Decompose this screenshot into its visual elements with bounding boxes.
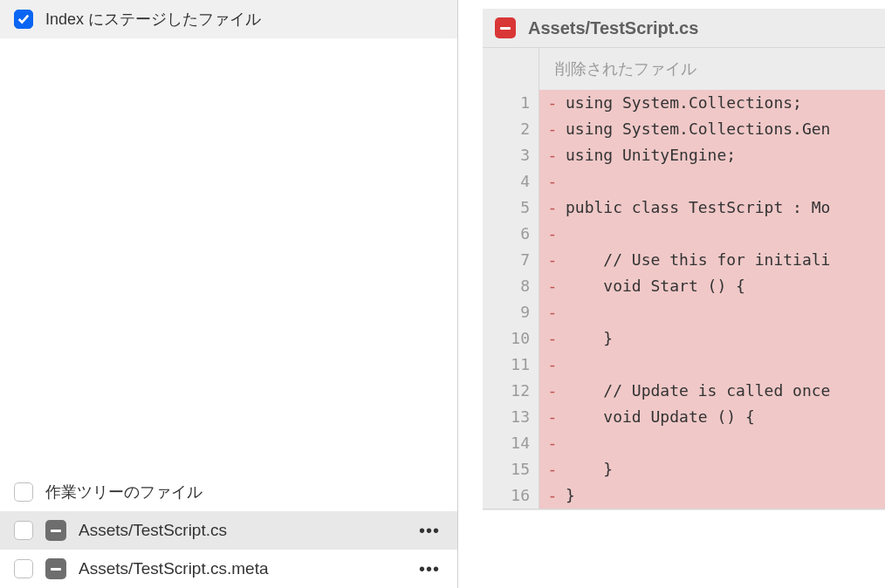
line-number: 16 xyxy=(483,482,530,509)
diff-sign: - xyxy=(539,90,566,116)
line-number: 8 xyxy=(483,273,530,299)
diff-sign: - xyxy=(539,378,566,404)
line-number: 10 xyxy=(483,325,530,352)
diff-line[interactable]: - // Update is called once xyxy=(539,378,885,404)
diff-line[interactable]: - xyxy=(539,221,885,247)
file-checkbox[interactable] xyxy=(14,521,33,540)
line-number: 11 xyxy=(483,352,530,378)
diff-line[interactable]: -using UnityEngine; xyxy=(539,142,885,168)
staged-checkbox[interactable] xyxy=(14,10,33,29)
diff-line[interactable]: - xyxy=(539,430,885,456)
staged-empty-area xyxy=(0,38,457,473)
line-number: 13 xyxy=(483,404,530,430)
left-panel: Index にステージしたファイル 作業ツリーのファイル Assets/Test… xyxy=(0,0,458,588)
diff-line[interactable]: - void Update () { xyxy=(539,404,885,430)
diff-sign: - xyxy=(539,430,566,456)
diff-sign: - xyxy=(539,221,566,247)
diff-sign: - xyxy=(539,273,566,299)
app-root: Index にステージしたファイル 作業ツリーのファイル Assets/Test… xyxy=(0,0,885,588)
diff-line[interactable]: - void Start () { xyxy=(539,273,885,299)
diff-text: } xyxy=(566,456,613,482)
line-number: 12 xyxy=(483,378,530,404)
diff-sign: - xyxy=(539,352,566,378)
diff-sign: - xyxy=(539,404,566,430)
diff-line[interactable]: -public class TestScript : Mo xyxy=(539,195,885,221)
file-actions-button[interactable]: ••• xyxy=(415,521,443,541)
file-path-label: Assets/TestScript.cs xyxy=(79,521,403,540)
diff-line[interactable]: -using System.Collections; xyxy=(539,90,885,116)
line-number-gutter: 12345678910111213141516 xyxy=(483,90,539,509)
line-number: 4 xyxy=(483,168,530,195)
diff-sign: - xyxy=(539,482,566,509)
diff-sign: - xyxy=(539,325,566,352)
diff-text: void Update () { xyxy=(566,404,755,430)
diff-body[interactable]: 12345678910111213141516 -using System.Co… xyxy=(483,90,885,509)
line-number: 15 xyxy=(483,456,530,482)
file-path-label: Assets/TestScript.cs.meta xyxy=(79,559,403,578)
diff-line[interactable]: - } xyxy=(539,456,885,482)
diff-terminator xyxy=(483,509,885,510)
line-number: 6 xyxy=(483,221,530,247)
diff-sign: - xyxy=(539,116,566,142)
line-number: 9 xyxy=(483,299,530,325)
diff-sign: - xyxy=(539,299,566,325)
diff-line[interactable]: - xyxy=(539,299,885,325)
diff-line[interactable]: - // Use this for initiali xyxy=(539,247,885,273)
worktree-checkbox[interactable] xyxy=(14,482,33,502)
diff-sign: - xyxy=(539,142,566,168)
diff-text: using System.Collections; xyxy=(566,90,802,116)
staged-section-label: Index にステージしたファイル xyxy=(45,9,261,30)
code-area[interactable]: -using System.Collections;-using System.… xyxy=(539,90,885,509)
minus-icon xyxy=(45,558,66,579)
diff-text: } xyxy=(566,325,613,352)
file-actions-button[interactable]: ••• xyxy=(415,559,443,579)
diff-sign: - xyxy=(539,247,566,273)
diff-text: void Start () { xyxy=(566,273,745,299)
diff-file-header[interactable]: Assets/TestScript.cs xyxy=(483,9,885,47)
file-checkbox[interactable] xyxy=(14,559,33,578)
diff-line[interactable]: - } xyxy=(539,325,885,352)
diff-sign: - xyxy=(539,456,566,482)
line-number: 14 xyxy=(483,430,530,456)
line-number: 3 xyxy=(483,142,530,168)
diff-text: using System.Collections.Gen xyxy=(566,116,830,142)
diff-text: // Use this for initiali xyxy=(566,247,830,273)
diff-file-path: Assets/TestScript.cs xyxy=(528,18,698,38)
worktree-section-label: 作業ツリーのファイル xyxy=(45,482,202,503)
diff-line[interactable]: -} xyxy=(539,482,885,509)
file-row[interactable]: Assets/TestScript.cs.meta ••• xyxy=(0,550,457,588)
worktree-section-header[interactable]: 作業ツリーのファイル xyxy=(0,473,457,511)
diff-text: } xyxy=(566,482,575,509)
diff-line[interactable]: - xyxy=(539,352,885,378)
diff-status-label: 削除されたファイル xyxy=(539,48,712,90)
diff-text: public class TestScript : Mo xyxy=(566,195,830,221)
diff-sign: - xyxy=(539,195,566,221)
staged-section-header[interactable]: Index にステージしたファイル xyxy=(0,0,457,38)
diff-text: using UnityEngine; xyxy=(566,142,736,168)
right-panel: Assets/TestScript.cs 削除されたファイル 123456789… xyxy=(458,0,885,588)
diff-subheader: 削除されたファイル xyxy=(483,47,885,90)
diff-sign: - xyxy=(539,168,566,195)
minus-icon xyxy=(45,520,66,541)
diff-line[interactable]: -using System.Collections.Gen xyxy=(539,116,885,142)
diff-text: // Update is called once xyxy=(566,378,830,404)
line-number: 7 xyxy=(483,247,530,273)
file-row[interactable]: Assets/TestScript.cs ••• xyxy=(0,511,457,550)
diff-line[interactable]: - xyxy=(539,168,885,195)
gutter-spacer xyxy=(483,48,539,90)
line-number: 2 xyxy=(483,116,530,142)
line-number: 5 xyxy=(483,195,530,221)
line-number: 1 xyxy=(483,90,530,116)
minus-icon xyxy=(495,17,516,38)
